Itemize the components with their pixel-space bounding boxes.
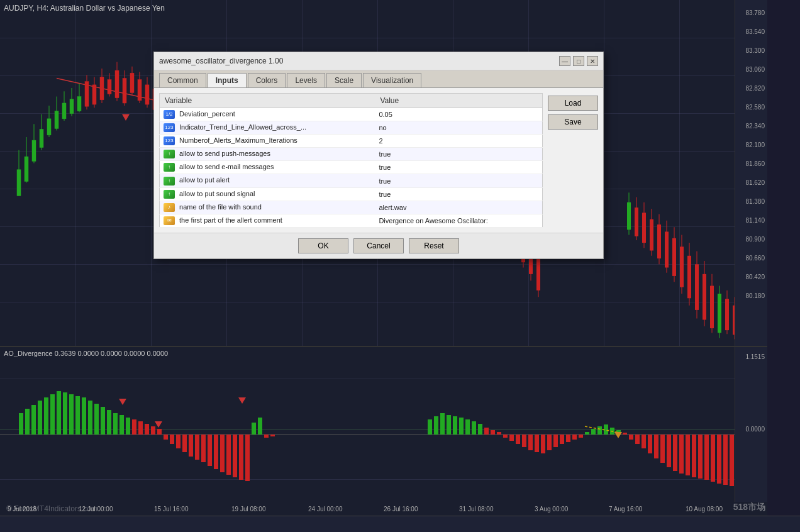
brand-watermark: 518市场 — [733, 502, 765, 513]
value-cell[interactable]: true — [375, 174, 542, 187]
time-label-5: 26 Jul 16:00 — [384, 506, 418, 513]
table-row[interactable]: ✉ the first part of the allert comment D… — [160, 214, 543, 227]
svg-rect-182 — [126, 418, 130, 435]
price-axis: 83.780 83.540 83.300 83.060 82.820 82.58… — [735, 0, 767, 346]
osc-label-zero: 0.0000 — [745, 426, 765, 433]
svg-rect-252 — [717, 435, 721, 484]
table-row[interactable]: ↑ allow to send e-mail messages true — [160, 161, 543, 174]
tab-visualization[interactable]: Visualization — [363, 73, 421, 87]
svg-rect-241 — [648, 435, 652, 453]
time-label-4: 24 Jul 00:00 — [308, 506, 343, 513]
svg-rect-16 — [70, 99, 74, 114]
value-cell[interactable]: 0.05 — [375, 108, 542, 121]
value-cell[interactable]: true — [375, 161, 542, 174]
svg-rect-224 — [541, 435, 545, 453]
tab-scale[interactable]: Scale — [326, 73, 362, 87]
load-button[interactable]: Load — [548, 96, 598, 111]
cancel-button[interactable]: Cancel — [353, 238, 404, 253]
price-label-6: 82.580 — [745, 104, 765, 111]
svg-rect-140 — [680, 247, 684, 287]
price-label-8: 82.100 — [745, 141, 765, 148]
time-label-3: 19 Jul 08:00 — [231, 506, 266, 513]
svg-rect-253 — [723, 435, 728, 485]
svg-rect-174 — [75, 396, 80, 435]
variable-cell: ↑ allow to send push-messages — [160, 148, 375, 161]
svg-rect-26 — [108, 80, 111, 94]
svg-rect-246 — [679, 435, 684, 474]
svg-rect-169 — [44, 397, 48, 435]
value-cell[interactable]: Divergence on Awesome Oscillator: — [375, 214, 542, 227]
value-cell[interactable]: no — [375, 121, 542, 135]
svg-rect-200 — [239, 435, 243, 480]
svg-marker-261 — [155, 421, 162, 428]
price-label-5: 82.820 — [745, 85, 765, 92]
minimize-button[interactable]: — — [559, 56, 570, 66]
variable-name: the first part of the allert comment — [179, 216, 282, 224]
svg-rect-32 — [130, 73, 134, 92]
save-button[interactable]: Save — [548, 114, 598, 130]
svg-rect-128 — [635, 208, 638, 236]
table-row[interactable]: 123 Indicator_Trend_Line_Allowed_across_… — [160, 121, 543, 135]
svg-rect-223 — [535, 435, 539, 452]
tab-levels[interactable]: Levels — [287, 73, 325, 87]
price-label-15: 80.420 — [745, 274, 765, 280]
value-cell[interactable]: 2 — [375, 135, 542, 148]
svg-rect-130 — [642, 213, 646, 243]
close-button[interactable]: ✕ — [587, 56, 598, 66]
svg-rect-165 — [19, 413, 23, 435]
svg-rect-218 — [503, 435, 508, 438]
price-label-10: 81.620 — [745, 179, 765, 186]
table-row[interactable]: 123 Numberof_Alerts_Maximum_Iterations 2 — [160, 135, 543, 148]
table-row[interactable]: 1/2 Deviation_percent 0.05 — [160, 108, 543, 121]
svg-rect-250 — [704, 435, 709, 480]
dialog-content: Variable Value 1/2 Deviation_percent 0.0… — [154, 88, 603, 233]
value-cell[interactable]: alert.wav — [375, 201, 542, 214]
svg-rect-34 — [138, 80, 142, 101]
col-header-value: Value — [375, 94, 542, 108]
row-icon-yellow-2: ✉ — [164, 216, 175, 225]
dialog-controls: — □ ✕ — [559, 56, 598, 66]
svg-rect-177 — [94, 404, 99, 435]
svg-rect-205 — [270, 435, 275, 436]
dialog-footer: OK Cancel Reset — [154, 233, 603, 258]
osc-label-1: 1.1515 — [745, 353, 765, 360]
reset-button[interactable]: Reset — [409, 238, 459, 253]
tab-colors[interactable]: Colors — [248, 73, 286, 87]
svg-rect-228 — [566, 435, 570, 442]
svg-rect-190 — [176, 435, 181, 448]
value-cell[interactable]: true — [375, 148, 542, 161]
row-icon-green-3: ↑ — [164, 177, 175, 186]
svg-rect-22 — [92, 85, 96, 104]
tab-inputs[interactable]: Inputs — [208, 73, 247, 87]
svg-rect-176 — [88, 401, 92, 435]
svg-rect-191 — [182, 435, 187, 452]
svg-rect-136 — [665, 231, 669, 267]
table-row[interactable]: ♪ name of the file with sound alert.wav — [160, 201, 543, 214]
variable-cell: ↑ allow to put alert — [160, 174, 375, 187]
variable-name: Numberof_Alerts_Maximum_Iterations — [179, 136, 297, 144]
value-cell[interactable]: true — [375, 187, 542, 201]
ok-button[interactable]: OK — [298, 238, 348, 253]
svg-marker-260 — [119, 399, 126, 405]
svg-rect-10 — [47, 119, 51, 135]
price-label-11: 81.380 — [745, 198, 765, 205]
maximize-button[interactable]: □ — [573, 56, 584, 66]
price-label-14: 80.660 — [745, 255, 765, 262]
table-row[interactable]: ↑ allow to send push-messages true — [160, 148, 543, 161]
tab-common[interactable]: Common — [159, 73, 206, 87]
svg-rect-217 — [497, 432, 501, 435]
svg-rect-192 — [189, 435, 193, 457]
svg-rect-142 — [687, 256, 691, 298]
svg-rect-8 — [40, 129, 43, 147]
time-label-2: 15 Jul 16:00 — [154, 506, 189, 513]
row-icon-green-2: ↑ — [164, 163, 175, 172]
row-icon-yellow-1: ♪ — [164, 203, 175, 212]
svg-rect-194 — [201, 435, 206, 462]
svg-rect-254 — [730, 435, 734, 486]
table-row[interactable]: ↑ allow to put sound signal true — [160, 187, 543, 201]
table-row[interactable]: ↑ allow to put alert true — [160, 174, 543, 187]
svg-rect-167 — [31, 405, 36, 435]
col-header-variable: Variable — [160, 94, 375, 108]
svg-rect-245 — [673, 435, 677, 471]
svg-rect-238 — [629, 435, 633, 440]
